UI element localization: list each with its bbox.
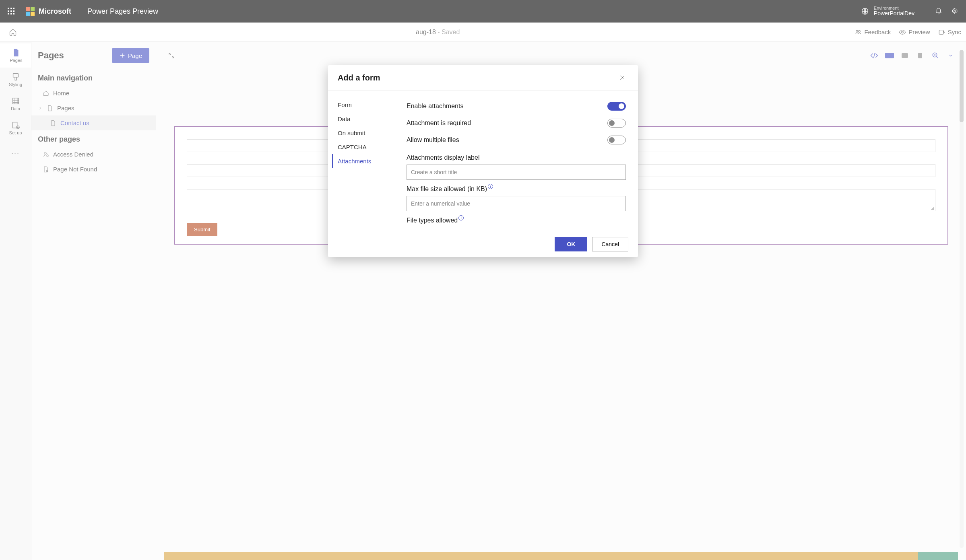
max-size-label: Max file size allowed (in KB) i (407, 185, 626, 193)
tab-form[interactable]: Form (332, 98, 398, 112)
file-types-label: File types allowed i (407, 217, 626, 224)
allow-multiple-toggle[interactable] (607, 136, 626, 144)
ok-button[interactable]: OK (555, 237, 587, 251)
enable-attachments-toggle[interactable] (607, 102, 626, 111)
enable-attachments-label: Enable attachments (407, 103, 463, 110)
modal-tabs: Form Data On submit CAPTCHA Attachments (328, 91, 402, 231)
attachment-required-label: Attachment is required (407, 119, 471, 127)
add-form-modal: Add a form Form Data On submit CAPTCHA A… (328, 65, 638, 257)
tab-data[interactable]: Data (332, 112, 398, 126)
attachment-required-toggle[interactable] (607, 119, 626, 128)
max-size-input[interactable] (407, 196, 626, 211)
allow-multiple-label: Allow multiple files (407, 136, 459, 144)
modal-title: Add a form (338, 73, 380, 82)
display-label-label: Attachments display label (407, 154, 626, 161)
modal-overlay: Add a form Form Data On submit CAPTCHA A… (0, 0, 966, 560)
modal-content: Enable attachments Attachment is require… (402, 91, 638, 231)
tab-captcha[interactable]: CAPTCHA (332, 140, 398, 154)
info-icon[interactable]: i (458, 215, 464, 220)
tab-attachments[interactable]: Attachments (332, 154, 398, 168)
display-label-input[interactable] (407, 165, 626, 180)
tab-on-submit[interactable]: On submit (332, 126, 398, 140)
close-icon[interactable] (616, 72, 628, 84)
cancel-button[interactable]: Cancel (592, 237, 628, 251)
info-icon[interactable]: i (488, 184, 493, 189)
